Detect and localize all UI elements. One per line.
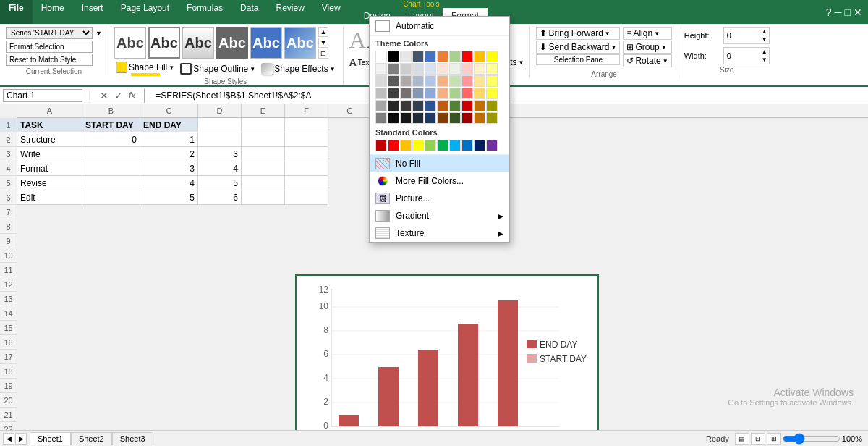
theme-color-swatch[interactable] [474, 112, 485, 124]
style-btn-5[interactable]: Abc [250, 27, 282, 59]
cell-a1[interactable]: TASK [17, 118, 82, 132]
cell-c5[interactable]: 4 [140, 176, 198, 190]
cell-f1[interactable] [285, 118, 328, 132]
theme-color-swatch[interactable] [375, 75, 387, 87]
theme-color-swatch[interactable] [461, 100, 473, 112]
theme-color-swatch[interactable] [412, 75, 424, 87]
help-icon[interactable]: ? [826, 7, 832, 18]
cell-a2[interactable]: Structure [17, 132, 82, 147]
gradient-option[interactable]: Gradient ▶ [370, 207, 509, 224]
cell-b4[interactable] [82, 161, 140, 176]
sheet-tab-2[interactable]: Sheet2 [71, 432, 112, 445]
cell-f5[interactable] [285, 176, 328, 190]
std-color-10[interactable] [486, 140, 498, 151]
formulas-tab[interactable]: Formulas [178, 0, 231, 24]
theme-color-swatch[interactable] [449, 75, 461, 87]
theme-color-swatch[interactable] [486, 51, 498, 62]
cell-d4[interactable]: 4 [198, 161, 242, 176]
theme-color-swatch[interactable] [388, 112, 399, 124]
align-button[interactable]: ≡Align▼ [623, 27, 671, 40]
theme-color-swatch[interactable] [425, 51, 436, 62]
reset-match-style-button[interactable]: Reset to Match Style [6, 54, 93, 66]
std-color-2[interactable] [388, 140, 399, 151]
height-up[interactable]: ▲ [760, 28, 769, 35]
theme-color-swatch[interactable] [388, 100, 399, 112]
width-down[interactable]: ▼ [760, 56, 769, 64]
home-tab[interactable]: Home [33, 0, 73, 24]
theme-color-swatch[interactable] [400, 75, 412, 87]
no-fill-option[interactable]: No Fill [370, 155, 509, 172]
theme-color-swatch[interactable] [474, 88, 485, 99]
theme-color-swatch[interactable] [486, 88, 498, 99]
theme-color-swatch[interactable] [412, 100, 424, 112]
theme-color-swatch[interactable] [412, 112, 424, 124]
cell-d6[interactable]: 6 [198, 190, 242, 205]
style-btn-4[interactable]: Abc [216, 27, 248, 59]
theme-color-swatch[interactable] [425, 88, 436, 99]
close-icon[interactable]: ✕ [854, 7, 862, 18]
cell-f4[interactable] [285, 161, 328, 176]
theme-color-swatch[interactable] [400, 88, 412, 99]
theme-color-swatch[interactable] [461, 51, 473, 62]
sheet-tab-3[interactable]: Sheet3 [112, 432, 153, 445]
theme-color-swatch[interactable] [388, 63, 399, 75]
theme-color-swatch[interactable] [486, 75, 498, 87]
cell-c1[interactable]: END DAY [140, 118, 198, 132]
style-btn-6[interactable]: Abc [284, 27, 316, 59]
selection-pane-button[interactable]: Selection Pane [536, 54, 620, 65]
confirm-input-icon[interactable]: ✓ [113, 90, 124, 101]
theme-color-swatch[interactable] [461, 75, 473, 87]
theme-color-swatch[interactable] [400, 63, 412, 75]
cell-b6[interactable] [82, 190, 140, 205]
theme-color-swatch[interactable] [412, 88, 424, 99]
cell-c3[interactable]: 2 [140, 147, 198, 161]
theme-color-swatch[interactable] [449, 100, 461, 112]
format-selection-button[interactable]: Format Selection [6, 41, 93, 53]
automatic-option[interactable]: Automatic [370, 17, 509, 36]
zoom-slider[interactable] [783, 434, 841, 444]
theme-color-swatch[interactable] [412, 51, 424, 62]
function-wizard-icon[interactable]: fx [127, 91, 137, 101]
page-layout-tab[interactable]: Page Layout [112, 0, 178, 24]
theme-color-swatch[interactable] [449, 88, 461, 99]
theme-color-swatch[interactable] [388, 51, 399, 62]
cancel-input-icon[interactable]: ✕ [98, 90, 110, 101]
theme-color-swatch[interactable] [400, 100, 412, 112]
normal-view-btn[interactable]: ▤ [735, 433, 749, 445]
shape-effects-button[interactable]: Shape Effects ▼ [260, 63, 336, 75]
cell-c2[interactable]: 1 [140, 132, 198, 147]
theme-color-swatch[interactable] [400, 51, 412, 62]
theme-color-swatch[interactable] [425, 63, 436, 75]
theme-color-swatch[interactable] [437, 100, 448, 112]
std-color-9[interactable] [474, 140, 485, 151]
theme-color-swatch[interactable] [461, 63, 473, 75]
theme-color-swatch[interactable] [449, 51, 461, 62]
theme-color-swatch[interactable] [375, 112, 387, 124]
cell-a4[interactable]: Format [17, 161, 82, 176]
theme-color-swatch[interactable] [425, 75, 436, 87]
height-input[interactable] [724, 30, 760, 41]
theme-color-swatch[interactable] [474, 75, 485, 87]
theme-color-swatch[interactable] [375, 63, 387, 75]
wordart-plain-icon[interactable]: A [349, 27, 366, 54]
send-backward-button[interactable]: ⬇Send Backward▼ [536, 41, 620, 54]
theme-color-swatch[interactable] [449, 63, 461, 75]
std-color-6[interactable] [437, 140, 448, 151]
cell-e2[interactable] [242, 132, 285, 147]
view-tab[interactable]: View [313, 0, 349, 24]
cell-f2[interactable] [285, 132, 328, 147]
std-color-5[interactable] [425, 140, 436, 151]
theme-color-swatch[interactable] [437, 88, 448, 99]
std-color-8[interactable] [461, 140, 473, 151]
cell-b2[interactable]: 0 [82, 132, 140, 147]
cell-e6[interactable] [242, 190, 285, 205]
theme-color-swatch[interactable] [375, 51, 387, 62]
cell-b1[interactable]: START DAY [82, 118, 140, 132]
cell-d5[interactable]: 5 [198, 176, 242, 190]
theme-color-swatch[interactable] [461, 112, 473, 124]
shape-fill-dropdown[interactable]: Automatic Theme Colors [369, 16, 510, 243]
theme-color-swatch[interactable] [388, 75, 399, 87]
cell-d3[interactable]: 3 [198, 147, 242, 161]
theme-color-swatch[interactable] [388, 88, 399, 99]
style-btn-2[interactable]: Abc [148, 27, 180, 59]
